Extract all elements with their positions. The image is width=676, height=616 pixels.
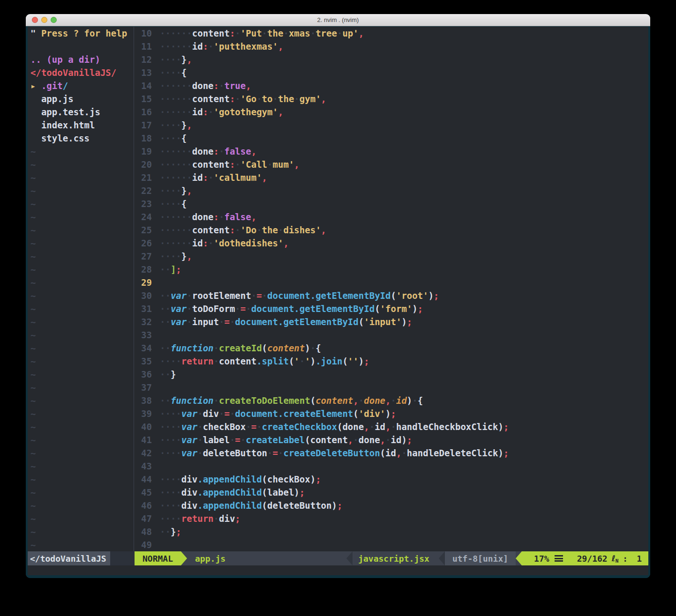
tilde-row: ~ <box>28 433 134 446</box>
code-line-17[interactable]: 17····}, <box>134 119 648 132</box>
tilde-row: ~ <box>28 538 134 551</box>
tree-help-line[interactable]: " Press ? for help <box>28 27 134 40</box>
code-line-33[interactable]: 33 <box>134 328 648 341</box>
code-line-43[interactable]: 43 <box>134 460 648 473</box>
tree-item-app-test-js[interactable]: app.test.js <box>28 105 134 119</box>
code-line-13[interactable]: 13····{ <box>134 66 648 79</box>
tilde-row: ~ <box>28 315 134 328</box>
tree-blank-line <box>28 40 134 53</box>
code-line-29[interactable]: 29 <box>134 276 648 289</box>
filename-label: app.js <box>195 551 225 565</box>
line-number: 29 <box>134 276 152 289</box>
tilde-row: ~ <box>28 499 134 512</box>
line-number: 41 <box>134 433 152 446</box>
code-line-39[interactable]: 39····var·div·=·document.createElement('… <box>134 407 648 420</box>
tilde-row: ~ <box>28 381 134 394</box>
tree-item-style-css[interactable]: style.css <box>28 132 134 145</box>
code-line-45[interactable]: 45····div.appendChild(label); <box>134 486 648 499</box>
tilde-row: ~ <box>28 158 134 171</box>
code-line-31[interactable]: 31··var·toDoForm·=·document.getElementBy… <box>134 302 648 315</box>
line-number: 36 <box>134 368 152 381</box>
code-line-46[interactable]: 46····div.appendChild(deleteButton); <box>134 499 648 512</box>
code-line-10[interactable]: 10······content:·'Put·the·xmas·tree·up', <box>134 27 648 40</box>
code-line-42[interactable]: 42····var·deleteButton·=·createDeleteBut… <box>134 446 648 460</box>
code-line-38[interactable]: 38··function·createToDoElement(content,·… <box>134 394 648 407</box>
tilde-row: ~ <box>28 486 134 499</box>
code-line-12[interactable]: 12····}, <box>134 53 648 66</box>
line-number: 39 <box>134 407 152 420</box>
code-line-36[interactable]: 36··} <box>134 368 648 381</box>
scroll-percent: 17% <box>534 554 549 564</box>
tilde-row: ~ <box>28 460 134 473</box>
tilde-row: ~ <box>28 223 134 237</box>
command-line[interactable] <box>28 565 648 575</box>
code-line-35[interactable]: 35····return·content.split('·').join('')… <box>134 355 648 368</box>
code-line-26[interactable]: 26······id:·'dothedishes', <box>134 237 648 250</box>
line-number: 43 <box>134 460 152 473</box>
line-number: 44 <box>134 473 152 486</box>
tree-item-up-dir[interactable]: .. (up a dir) <box>28 53 134 66</box>
code-line-11[interactable]: 11······id:·'putthexmas', <box>134 40 648 53</box>
code-line-37[interactable]: 37 <box>134 381 648 394</box>
code-line-28[interactable]: 28··]; <box>134 263 648 276</box>
tree-item-app-js[interactable]: app.js <box>28 92 134 105</box>
code-line-25[interactable]: 25······content:·'Do·the·dishes', <box>134 223 648 237</box>
line-number: 21 <box>134 171 152 184</box>
code-buffer[interactable]: 10······content:·'Put·the·xmas·tree·up',… <box>134 27 648 551</box>
tilde-row: ~ <box>28 171 134 184</box>
tree-item-git[interactable]: ▸ .git/ <box>28 79 134 92</box>
code-line-14[interactable]: 14······done:·true, <box>134 79 648 92</box>
code-line-30[interactable]: 30··var·rootElement·=·document.getElemen… <box>134 289 648 302</box>
tree-item-index-html[interactable]: index.html <box>28 119 134 132</box>
line-number: 35 <box>134 355 152 368</box>
tree-root[interactable]: </todoVanillaJS/ <box>28 66 134 79</box>
tilde-row: ~ <box>28 512 134 525</box>
line-number: 10 <box>134 27 152 40</box>
filetype-label: javascript.jsx <box>353 551 436 565</box>
tilde-row: ~ <box>28 525 134 538</box>
line-number: 25 <box>134 223 152 237</box>
nerdtree-statusline: </todoVanillaJS <box>28 551 135 565</box>
code-line-40[interactable]: 40····var·checkBox·=·createCheckbox(done… <box>134 420 648 433</box>
terminal-frame: " Press ? for help.. (up a dir)</todoVan… <box>26 27 650 578</box>
code-line-44[interactable]: 44····div.appendChild(checkBox); <box>134 473 648 486</box>
code-line-22[interactable]: 22····}, <box>134 184 648 197</box>
tilde-row: ~ <box>28 237 134 250</box>
line-number: 26 <box>134 237 152 250</box>
line-number: 17 <box>134 119 152 132</box>
tilde-row: ~ <box>28 302 134 315</box>
code-line-20[interactable]: 20······content:·'Call·mum', <box>134 158 648 171</box>
code-line-24[interactable]: 24······done:·false, <box>134 210 648 223</box>
line-number: 12 <box>134 53 152 66</box>
tilde-row: ~ <box>28 197 134 210</box>
code-line-16[interactable]: 16······id:·'gotothegym', <box>134 105 648 119</box>
close-button[interactable] <box>32 17 38 23</box>
code-line-15[interactable]: 15······content:·'Go·to·the·gym', <box>134 92 648 105</box>
cursor-column: 1 <box>637 554 642 564</box>
code-line-49[interactable]: 49 <box>134 538 648 551</box>
code-line-47[interactable]: 47····return·div; <box>134 512 648 525</box>
tilde-row: ~ <box>28 145 134 158</box>
line-number: 33 <box>134 328 152 341</box>
line-number: 18 <box>134 132 152 145</box>
line-number: 46 <box>134 499 152 512</box>
code-line-18[interactable]: 18····{ <box>134 132 648 145</box>
minimize-button[interactable] <box>41 17 47 23</box>
code-line-34[interactable]: 34··function·createId(content)·{ <box>134 341 648 355</box>
line-number: 30 <box>134 289 152 302</box>
powerline-separator-left-icon <box>516 551 522 565</box>
powerline-separator-right-icon <box>181 551 187 565</box>
code-line-41[interactable]: 41····var·label·=·createLabel(content,·d… <box>134 433 648 446</box>
nerdtree-pane[interactable]: " Press ? for help.. (up a dir)</todoVan… <box>28 27 134 551</box>
code-line-32[interactable]: 32··var·input·=·document.getElementById(… <box>134 315 648 328</box>
zoom-button[interactable] <box>51 17 57 23</box>
code-line-23[interactable]: 23····{ <box>134 197 648 210</box>
tilde-row: ~ <box>28 407 134 420</box>
code-line-48[interactable]: 48··}; <box>134 525 648 538</box>
line-number: 23 <box>134 197 152 210</box>
code-line-19[interactable]: 19······done:·false, <box>134 145 648 158</box>
line-number: 40 <box>134 420 152 433</box>
code-line-27[interactable]: 27····}, <box>134 250 648 263</box>
code-line-21[interactable]: 21······id:·'callmum', <box>134 171 648 184</box>
titlebar[interactable]: 2. nvim . (nvim) <box>26 14 650 26</box>
